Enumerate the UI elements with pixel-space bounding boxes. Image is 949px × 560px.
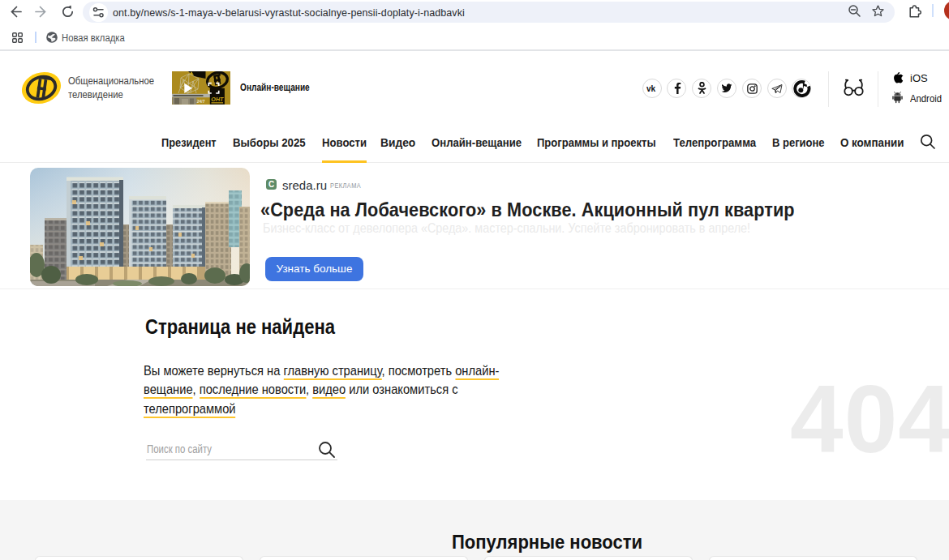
svg-text:ОНТ: ОНТ bbox=[211, 96, 224, 103]
svg-text:24/7: 24/7 bbox=[197, 99, 205, 104]
svg-text:vk: vk bbox=[646, 84, 656, 93]
